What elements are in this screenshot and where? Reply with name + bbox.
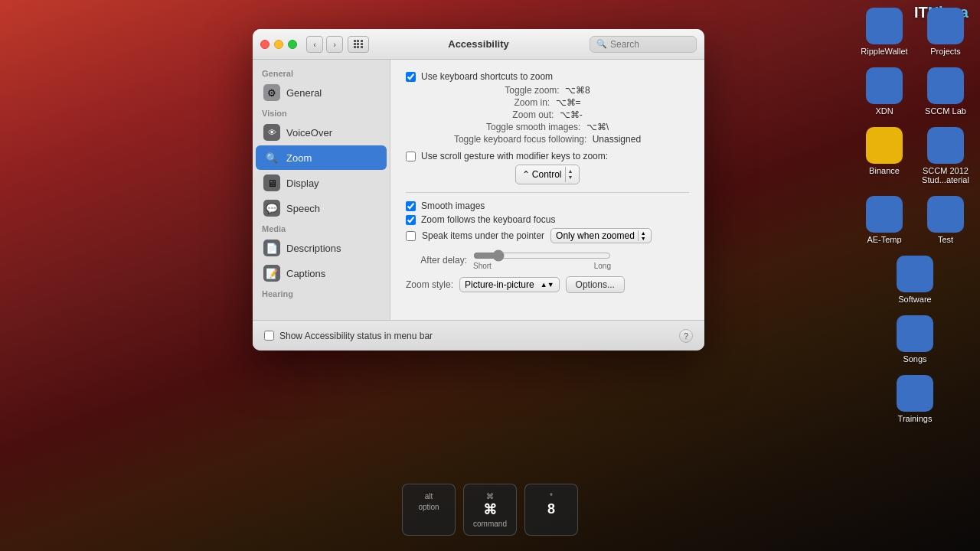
grid-button[interactable] [348,36,369,53]
sidebar-item-general[interactable]: ⚙ General [256,80,387,105]
search-icon: 🔍 [596,39,607,49]
grid-icon [354,40,363,49]
scroll-gesture-row: Use scroll gesture with modifier keys to… [406,151,689,161]
captions-label: Captions [286,268,325,279]
close-button[interactable] [260,40,270,49]
desktop-icon-row-6: Songs [888,315,942,364]
speak-items-up[interactable]: ▲ [641,230,646,236]
modifier-key-select[interactable]: ⌃ Control ▲ ▼ [515,165,580,184]
desktop-icon-songs[interactable]: Songs [888,315,942,364]
divider [406,192,689,193]
window-title: Accessibility [448,38,509,50]
zoom-follows-checkbox[interactable] [406,215,416,225]
sidebar-item-captions[interactable]: 📝 Captions [256,261,387,285]
desktop-icon-sccmlab[interactable]: SCCM Lab [919,67,972,116]
zoom-style-value: Picture-in-picture [465,279,534,290]
show-status-checkbox[interactable] [264,331,274,341]
maximize-button[interactable] [288,40,297,49]
zoom-in-label: Zoom in: [514,97,550,108]
zoom-follows-keyboard-row: Zoom follows the keyboard focus [406,214,689,225]
software-label: Software [898,295,931,304]
forward-button[interactable]: › [326,36,343,53]
speak-items-row: Speak items under the pointer Only when … [406,228,689,243]
search-box[interactable]: 🔍 [590,36,697,53]
speak-items-arrows: ▲ ▼ [638,230,646,241]
ripplewallet-label: RippleWallet [861,47,907,56]
speak-items-down[interactable]: ▼ [641,236,646,241]
sidebar-item-display[interactable]: 🖥 Display [256,171,387,195]
zoom-style-select[interactable]: Picture-in-picture ▲▼ [459,277,560,292]
scroll-gesture-checkbox[interactable] [406,152,416,161]
key-badge-option: alt option [402,484,456,536]
search-input[interactable] [610,39,690,50]
toggle-smooth-value: ⌥⌘\ [583,122,609,132]
xdn-label: XDN [875,106,893,116]
key-badge-command: ⌘ ⌘ command [463,484,517,536]
xdn-icon [866,67,903,104]
desktop-icon-ripplewallet[interactable]: RippleWallet [858,8,911,56]
test-icon [927,196,964,233]
speak-items-checkbox[interactable] [406,231,416,241]
sidebar-item-voiceover[interactable]: 👁 VoiceOver [256,120,387,145]
display-label: Display [286,178,319,189]
desktop-icon-sccm2012[interactable]: SCCM 2012 Stud...aterial [919,127,972,184]
key-command-main: ⌘ [473,501,507,518]
modifier-key-down-arrow[interactable]: ▼ [568,174,573,181]
zoom-icon: 🔍 [263,149,280,166]
desktop-icon-row-5: Software [888,256,942,304]
zoom-style-row: Zoom style: Picture-in-picture ▲▼ Option… [406,276,689,293]
desktop-icon-xdn[interactable]: XDN [858,67,911,116]
aetemp-label: AE-Temp [867,235,901,244]
desktop-icon-trainings[interactable]: Trainings [888,375,942,423]
binance-label: Binance [869,166,900,175]
delay-slider[interactable] [473,249,611,262]
sidebar-item-zoom[interactable]: 🔍 Zoom [256,145,387,170]
traffic-lights [260,40,297,49]
trainings-label: Trainings [898,414,933,423]
speak-items-select[interactable]: Only when zoomed ▲ ▼ [550,228,652,243]
desktop-icon-test[interactable]: Test [919,196,972,244]
options-button[interactable]: Options... [566,276,625,293]
trainings-icon [897,375,933,412]
toggle-focus-row: Toggle keyboard focus following: Unassig… [406,134,689,145]
zoom-in-value: ⌥⌘= [553,97,580,108]
modifier-key-value: ⌃ Control [522,169,562,180]
desktop-icon-binance[interactable]: Binance [858,127,911,184]
zoom-out-value: ⌥⌘- [557,109,582,120]
zoom-content-area: Use keyboard shortcuts to zoom Toggle zo… [390,60,704,320]
voiceover-label: VoiceOver [286,127,332,139]
sidebar-item-speech[interactable]: 💬 Speech [256,196,387,220]
back-button[interactable]: ‹ [306,36,323,53]
accessibility-window: ‹ › Accessibility 🔍 [253,29,704,350]
desktop-icon-projects[interactable]: Projects [919,8,972,56]
desktop-icon-software[interactable]: Software [888,256,942,304]
sidebar-section-hearing: Hearing [253,286,390,300]
show-status-row: Show Accessibility status in menu bar [264,331,433,341]
slider-long-label: Long [594,262,611,270]
keyboard-shortcuts-checkbox[interactable] [406,72,416,82]
captions-icon: 📝 [263,265,280,282]
modifier-key-row: ⌃ Control ▲ ▼ [406,165,689,184]
software-icon [897,256,933,292]
zoom-out-label: Zoom out: [512,109,554,120]
zoom-out-row: Zoom out: ⌥⌘- [406,109,689,120]
key-command-modifier: ⌘ [486,492,494,500]
descriptions-label: Descriptions [286,243,341,254]
desktop-icon-row-4: AE-Temp Test [858,196,972,244]
toggle-zoom-label: Toggle zoom: [505,85,559,96]
toggle-focus-value: Unassigned [590,134,641,145]
desktop-icon-row-1: RippleWallet Projects [858,8,972,56]
minimize-button[interactable] [274,40,283,49]
help-button[interactable]: ? [679,329,693,343]
delay-slider-container: Short Long [473,249,689,270]
toggle-smooth-row: Toggle smooth images: ⌥⌘\ [406,122,689,132]
projects-label: Projects [930,47,961,56]
smooth-images-checkbox[interactable] [406,201,416,211]
modifier-key-up-arrow[interactable]: ▲ [568,168,573,174]
desktop-icon-aetemp[interactable]: AE-Temp [858,196,911,244]
key-option-modifier: alt [425,492,433,500]
desktop-icon-area: RippleWallet Projects XDN SCCM Lab Binan… [858,0,972,427]
sidebar-item-descriptions[interactable]: 📄 Descriptions [256,236,387,260]
general-label: General [286,87,322,99]
desktop-icon-row-3: Binance SCCM 2012 Stud...aterial [858,127,972,184]
